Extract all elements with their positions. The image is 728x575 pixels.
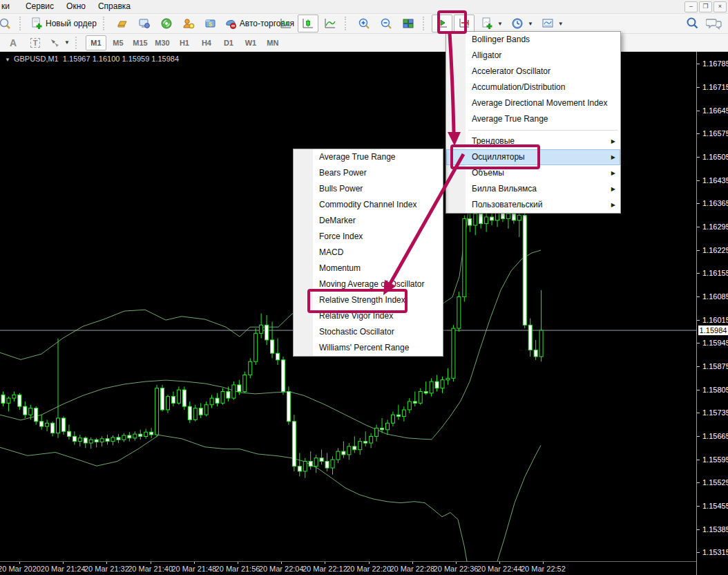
bear-candle [281,360,285,392]
oscillators-menu-item-relative-strength-index[interactable]: Relative Strength Index [294,292,443,308]
timeframe-button-mn[interactable]: MN [262,35,283,50]
experts-button[interactable] [178,15,199,32]
indicators-menu-item-accumulation-distribution[interactable]: Accumulation/Distribution [446,79,620,95]
time-label: 20 Mar 22:52 [521,565,566,573]
indicators-menu-item-average-directional-movement-index[interactable]: Average Directional Movement Index [446,95,620,111]
submenu-arrow-icon: ▶ [611,149,615,165]
payments-button[interactable]: $ [200,15,221,32]
search-button[interactable] [682,15,702,32]
menubar-item-charts-partial[interactable]: ки [0,0,19,13]
templates-button[interactable]: ▼ [539,15,566,32]
candlestick-chart-icon [302,17,314,30]
bear-candle [1,395,5,403]
timeframe-button-w1[interactable]: W1 [240,35,261,50]
bull-candle [517,216,521,220]
minimize-button[interactable]: – [684,1,698,12]
signals-button[interactable] [156,15,177,32]
timeframe-button-m15[interactable]: M15 [130,35,151,50]
oscillators-menu-item-bears-power[interactable]: Bears Power [294,165,443,181]
menubar-item-окно[interactable]: Окно [60,0,92,13]
time-axis[interactable]: 20 Mar 202020 Mar 21:2420 Mar 21:3220 Ma… [0,561,696,575]
indicators-menu-item-пользовательский[interactable]: Пользовательский▶ [446,197,620,213]
oscillators-menu-item-average-true-range[interactable]: Average True Range [294,149,443,165]
chat-button[interactable] [704,15,725,32]
timeframe-button-m30[interactable]: M30 [152,35,173,50]
bear-candle [276,353,280,360]
bar-chart-button[interactable] [276,15,296,32]
bull-candle [204,405,208,415]
timeframe-button-m1[interactable]: M1 [86,35,106,50]
price-label: 1.16015 [702,316,728,324]
indicators-menu-item-объемы[interactable]: Объемы▶ [446,165,620,181]
time-label: 20 Mar 21:32 [84,565,129,573]
indicators-menu-item-average-true-range[interactable]: Average True Range [446,111,620,127]
toolbar-separator [103,17,109,30]
menubar-item-сервис[interactable]: Сервис [19,0,60,13]
bear-candle [342,451,345,455]
oscillators-menu-item-moving-average-of-oscillator[interactable]: Moving Average of Oscillator [294,276,443,292]
bear-candle [479,214,483,223]
price-label: 1.16365 [702,199,728,207]
oscillators-menu-item-macd[interactable]: MACD [294,245,443,261]
indicators-button[interactable]: ▼ [479,15,505,32]
market-button[interactable] [112,15,133,32]
oscillators-menu-item-relative-vigor-index[interactable]: Relative Vigor Index [294,308,443,324]
menu-separator [446,127,620,133]
time-label: 20 Mar 22:36 [434,565,479,573]
indicators-menu-item-осцилляторы[interactable]: Осцилляторы▶ [446,149,620,165]
text-label-button[interactable]: A [3,34,23,52]
text-box-button[interactable]: T [25,34,46,52]
bear-candle [309,462,312,466]
indicators-menu-item-билла-вильямса[interactable]: Билла Вильямса▶ [446,181,620,197]
timeframe-button-m5[interactable]: M5 [108,35,128,50]
chart-zoom-button[interactable] [0,15,15,32]
time-tick [63,562,64,564]
timeframe-button-h1[interactable]: H1 [174,35,195,50]
tile-windows-button[interactable] [398,15,419,32]
candlestick-chart-button[interactable] [298,15,318,32]
chart-shift-button[interactable] [454,15,475,32]
indicators-menu-item-accelerator-oscillator[interactable]: Accelerator Oscillator [446,64,620,79]
oscillators-menu-item-williams-percent-range[interactable]: Williams' Percent Range [294,340,443,356]
timeframe-button-d1[interactable]: D1 [218,35,239,50]
oscillators-menu-item-demarker[interactable]: DeMarker [294,213,443,229]
bear-candle [528,325,532,350]
submenu-arrow-icon: ▶ [611,181,615,197]
restore-button[interactable]: ❐ [699,1,712,12]
oscillators-menu-item-bulls-power[interactable]: Bulls Power [294,181,443,197]
indicators-menu-item-трендовые[interactable]: Трендовые▶ [446,133,620,149]
price-label: 1.15315 [702,548,728,556]
time-tick [151,562,151,564]
zoom-in-button[interactable] [354,15,374,32]
indicators-menu-item-bollinger-bands[interactable]: Bollinger Bands [446,32,620,48]
price-tick [697,296,700,297]
bull-candle [166,397,170,410]
indicators-menu-item-alligator[interactable]: Alligator [446,48,620,64]
bull-candle [29,408,32,415]
bear-candle [424,392,428,393]
autoscroll-button[interactable] [432,15,452,32]
menubar-item-справка[interactable]: Справка [92,0,137,13]
price-label: 1.16575 [702,129,728,138]
cursor-mode-button[interactable]: ▼ [47,34,72,52]
bear-candle [320,458,323,462]
price-axis[interactable]: 1.167851.167151.166451.165751.165051.164… [696,51,728,575]
zoom-out-button[interactable] [376,15,396,32]
terminal-button[interactable] [134,15,155,32]
new-order-button[interactable]: Новый ордер [28,15,99,32]
oscillators-menu-item-commodity-channel-index[interactable]: Commodity Channel Index [294,197,443,213]
price-tick [697,87,700,88]
oscillators-menu-item-stochastic-oscillator[interactable]: Stochastic Oscillator [294,324,443,340]
price-label: 1.16715 [702,83,728,91]
bull-candle [155,388,159,435]
oscillators-menu-item-force-index[interactable]: Force Index [294,229,443,245]
line-chart-button[interactable] [320,15,341,32]
toolbar-grip[interactable] [75,37,81,49]
price-label: 1.15875 [702,362,728,370]
timeframe-button-h4[interactable]: H4 [196,35,217,50]
close-button[interactable]: × [713,1,727,12]
periods-button[interactable]: ▼ [509,15,535,32]
bull-candle [474,214,477,225]
bull-candle [89,440,93,443]
oscillators-menu-item-momentum[interactable]: Momentum [294,261,443,276]
